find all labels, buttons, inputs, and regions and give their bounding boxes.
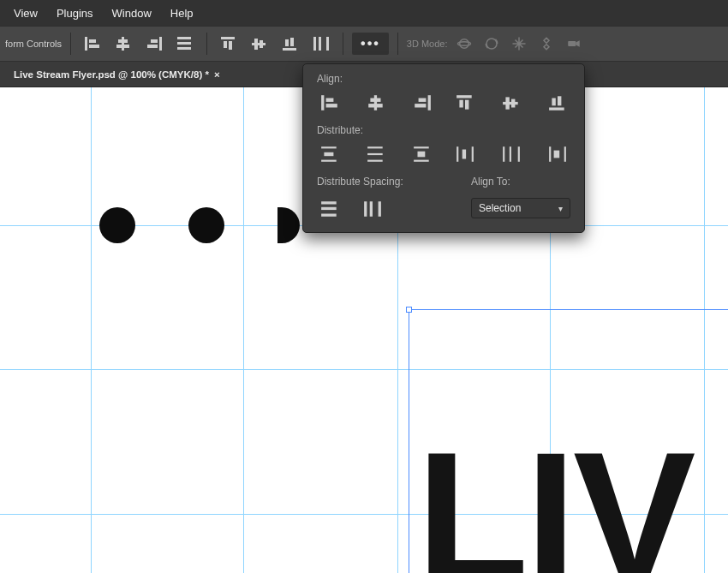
roll-3d-icon xyxy=(480,33,503,55)
shape-dot xyxy=(99,207,135,243)
svg-point-2 xyxy=(486,39,497,49)
align-left-edges-button[interactable] xyxy=(317,92,343,114)
align-bottom-edges-button[interactable] xyxy=(277,33,303,55)
distribute-right-edges-button[interactable] xyxy=(545,143,570,165)
selection-bounding-box xyxy=(409,309,409,573)
separator xyxy=(206,33,207,55)
selection-bounding-box xyxy=(409,309,728,310)
align-left-edges-button[interactable] xyxy=(80,33,105,55)
menu-help[interactable]: Help xyxy=(162,3,202,23)
align-distribute-vertically-button[interactable] xyxy=(308,33,334,55)
slide-3d-icon xyxy=(535,33,558,55)
menu-view[interactable]: View xyxy=(5,3,46,23)
transform-controls-label: form Controls xyxy=(5,39,62,49)
pan-3d-icon xyxy=(508,33,530,55)
align-section-label: Align: xyxy=(317,73,570,92)
align-top-edges-button[interactable] xyxy=(452,92,478,114)
distribute-section-label: Distribute: xyxy=(317,124,570,143)
distribute-bottom-edges-button[interactable] xyxy=(409,143,435,165)
svg-rect-3 xyxy=(568,41,576,46)
separator xyxy=(397,33,398,55)
close-tab-icon[interactable]: × xyxy=(214,69,220,80)
shape-dot xyxy=(277,207,300,243)
selection-handle[interactable] xyxy=(406,307,412,313)
guide-vertical xyxy=(704,87,705,573)
camera-3d-icon xyxy=(563,33,585,55)
chevron-down-icon: ▾ xyxy=(558,204,563,213)
orbit-3d-icon xyxy=(453,33,475,55)
guide-horizontal xyxy=(0,369,728,370)
menu-bar: View Plugins Window Help xyxy=(0,0,728,26)
more-options-icon: ••• xyxy=(361,36,380,51)
flyer-text: LIV xyxy=(416,425,692,573)
options-bar: form Controls ••• 3D Mode: xyxy=(0,26,728,62)
align-horizontal-centers-button[interactable] xyxy=(110,33,136,55)
guide-vertical xyxy=(91,87,92,573)
distribute-left-edges-button[interactable] xyxy=(452,143,478,165)
align-to-label: Align To: xyxy=(471,176,570,194)
distribute-spacing-vertical-button[interactable] xyxy=(360,198,385,220)
guide-vertical xyxy=(243,87,244,573)
align-vertical-centers-button[interactable] xyxy=(247,33,272,55)
three-d-mode-label: 3D Mode: xyxy=(407,39,448,49)
shape-dot xyxy=(188,207,224,243)
align-right-edges-button[interactable] xyxy=(409,92,435,114)
distribute-horizontal-centers-button[interactable] xyxy=(498,143,524,165)
align-distribute-panel[interactable]: Align: Distribute: xyxy=(302,63,585,233)
document-tab[interactable]: Live Stream Flyer.psd @ 100% (CMYK/8) * … xyxy=(9,69,225,80)
distribute-spacing-label: Distribute Spacing: xyxy=(317,176,403,194)
document-tab-title: Live Stream Flyer.psd @ 100% (CMYK/8) * xyxy=(14,69,209,80)
menu-plugins[interactable]: Plugins xyxy=(48,3,102,23)
more-options-button[interactable]: ••• xyxy=(352,33,389,55)
separator xyxy=(343,33,343,55)
align-bottom-edges-button[interactable] xyxy=(545,92,570,114)
distribute-top-edges-button[interactable] xyxy=(317,143,343,165)
svg-point-0 xyxy=(459,39,468,49)
align-horizontal-centers-button[interactable] xyxy=(363,92,389,114)
menu-window[interactable]: Window xyxy=(104,3,160,23)
separator xyxy=(70,33,71,55)
align-to-select-value: Selection xyxy=(479,202,521,214)
align-justify-button[interactable] xyxy=(172,33,198,55)
distribute-spacing-horizontal-button[interactable] xyxy=(317,198,343,220)
align-vertical-centers-button[interactable] xyxy=(498,92,524,114)
align-to-select[interactable]: Selection ▾ xyxy=(471,198,570,218)
align-right-edges-button[interactable] xyxy=(141,33,167,55)
distribute-vertical-centers-button[interactable] xyxy=(363,143,389,165)
align-top-edges-button[interactable] xyxy=(216,33,242,55)
